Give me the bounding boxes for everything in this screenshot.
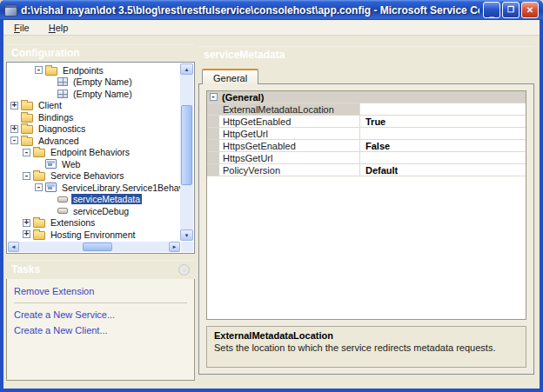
tree-item-client[interactable]: + Client <box>8 100 180 112</box>
tree-item-bindings[interactable]: Bindings <box>8 111 180 123</box>
collapse-tasks-icon[interactable]: » <box>178 264 190 276</box>
expand-icon[interactable]: + <box>10 102 18 110</box>
behavior-icon <box>45 159 57 169</box>
selected-tree-item: serviceMetadata <box>71 194 142 204</box>
general-tab-page: - (General) ExternalMetadataLocation Htt… <box>198 83 534 375</box>
horizontal-scrollbar-thumb[interactable] <box>83 243 112 251</box>
tree-item-empty-name-1[interactable]: (Empty Name) <box>8 76 180 89</box>
tree-item-service1behavior[interactable]: - ServiceLibrary.Service1Behavior <box>8 182 180 194</box>
client-area: File Help Configuration - Endpoints <box>3 20 540 389</box>
property-row-httpsgetenabled[interactable]: HttpsGetEnabled False <box>207 140 526 152</box>
module-icon <box>57 208 68 214</box>
description-title: ExternalMetadataLocation <box>214 330 519 341</box>
menu-file[interactable]: File <box>10 22 33 34</box>
tree-item-advanced[interactable]: - Advanced <box>8 135 180 147</box>
tasks-header: Tasks » <box>6 260 195 279</box>
collapse-icon[interactable]: - <box>35 183 43 191</box>
configuration-header: Configuration <box>6 44 195 62</box>
folder-icon <box>21 114 33 123</box>
property-value-field[interactable] <box>360 128 526 139</box>
menu-bar: File Help <box>3 20 540 36</box>
tasks-title: Tasks <box>11 263 40 276</box>
expand-icon[interactable]: + <box>10 125 18 133</box>
tree-item-hosting-environment[interactable]: + Hosting Environment <box>8 229 180 241</box>
tab-general[interactable]: General <box>202 69 258 84</box>
endpoint-icon <box>57 90 68 98</box>
remove-extension-link[interactable]: Remove Extension <box>14 286 94 296</box>
property-value-field[interactable]: True <box>360 116 526 127</box>
tree-item-service-behaviors[interactable]: - Service Behaviors <box>8 170 180 183</box>
property-row-httpsgeturl[interactable]: HttpsGetUrl <box>207 152 526 164</box>
folder-icon <box>21 102 33 110</box>
tasks-separator <box>14 302 187 303</box>
scroll-left-button[interactable]: ◄ <box>8 242 19 252</box>
tree-item-empty-name-2[interactable]: (Empty Name) <box>8 88 180 100</box>
property-category-row[interactable]: - (General) <box>207 91 526 103</box>
menu-help[interactable]: Help <box>45 22 72 34</box>
create-new-service-link[interactable]: Create a New Service... <box>14 309 115 320</box>
tasks-panel: Remove Extension Create a New Service...… <box>6 279 195 381</box>
window-controls: _ ❐ ✕ <box>483 2 539 18</box>
property-value-field[interactable] <box>360 152 526 163</box>
folder-icon <box>21 137 33 146</box>
endpoint-icon <box>57 77 68 86</box>
property-value-field[interactable] <box>360 103 526 115</box>
detail-title: serviceMetadata <box>204 49 285 61</box>
property-value-field[interactable]: False <box>360 140 526 151</box>
folder-icon <box>45 67 57 76</box>
titlebar[interactable]: d:\vishal nayan\dot 3.5\blog\rest\restfu… <box>0 0 543 20</box>
tree-item-web[interactable]: Web <box>8 158 180 170</box>
app-icon <box>4 4 17 17</box>
collapse-icon[interactable]: - <box>23 149 30 156</box>
property-row-httpgeturl[interactable]: HttpGetUrl <box>207 128 526 140</box>
tree-item-endpoint-behaviors[interactable]: - Endpoint Behaviors <box>8 147 180 159</box>
property-description: ExternalMetadataLocation Sets the locati… <box>206 326 526 368</box>
minimize-button[interactable]: _ <box>483 2 500 18</box>
scrollbar-corner <box>181 242 193 252</box>
maximize-button[interactable]: ❐ <box>502 2 520 18</box>
folder-icon <box>21 125 33 134</box>
scroll-up-button[interactable]: ▲ <box>180 63 193 75</box>
tree-item-endpoints[interactable]: - Endpoints <box>8 64 180 76</box>
collapse-icon[interactable]: - <box>210 93 218 101</box>
tree-horizontal-scrollbar[interactable]: ◄ ► <box>8 242 180 252</box>
configuration-tree: - Endpoints (Empty Name) (Empty Name) <box>6 62 195 254</box>
property-value-field[interactable]: Default <box>360 164 526 176</box>
tab-strip: General <box>198 65 534 83</box>
detail-panel: serviceMetadata General - (General) Exte… <box>198 46 534 375</box>
property-row-httpgetenabled[interactable]: HttpGetEnabled True <box>207 116 526 128</box>
collapse-icon[interactable]: - <box>23 172 30 180</box>
tree-vertical-scrollbar[interactable]: ▲ ▼ <box>180 63 193 241</box>
collapse-icon[interactable]: - <box>10 136 18 144</box>
app-window: d:\vishal nayan\dot 3.5\blog\rest\restfu… <box>0 0 543 392</box>
folder-icon <box>33 219 45 228</box>
property-grid: - (General) ExternalMetadataLocation Htt… <box>206 90 526 320</box>
module-icon <box>57 196 68 203</box>
behavior-icon <box>45 183 57 192</box>
folder-icon <box>33 231 45 240</box>
expand-icon[interactable]: + <box>23 219 30 227</box>
property-row-externalmetadatalocation[interactable]: ExternalMetadataLocation <box>207 103 526 116</box>
expand-icon[interactable]: + <box>23 230 30 238</box>
tree-item-extensions[interactable]: + Extensions <box>8 217 180 229</box>
tree-item-servicedebug[interactable]: serviceDebug <box>8 205 180 217</box>
folder-icon <box>33 149 45 157</box>
folder-icon <box>33 172 45 181</box>
scroll-down-button[interactable]: ▼ <box>180 229 193 241</box>
tree-item-servicemetadata[interactable]: serviceMetadata <box>8 194 180 206</box>
create-new-client-link[interactable]: Create a New Client... <box>14 325 108 336</box>
property-row-policyversion[interactable]: PolicyVersion Default <box>207 164 526 176</box>
collapse-icon[interactable]: - <box>35 66 43 74</box>
configuration-title: Configuration <box>11 47 80 59</box>
scroll-right-button[interactable]: ► <box>169 242 180 252</box>
tree-item-diagnostics[interactable]: + Diagnostics <box>8 123 180 136</box>
tree-view: - Endpoints (Empty Name) (Empty Name) <box>8 64 180 241</box>
close-button[interactable]: ✕ <box>521 2 539 18</box>
detail-header: serviceMetadata <box>198 46 534 63</box>
configuration-panel: Configuration - Endpoints (Empty Name) <box>6 44 195 380</box>
description-text: Sets the location to which the service r… <box>214 342 519 353</box>
window-title: d:\vishal nayan\dot 3.5\blog\rest\restfu… <box>21 4 479 17</box>
vertical-scrollbar-thumb[interactable] <box>181 105 192 185</box>
